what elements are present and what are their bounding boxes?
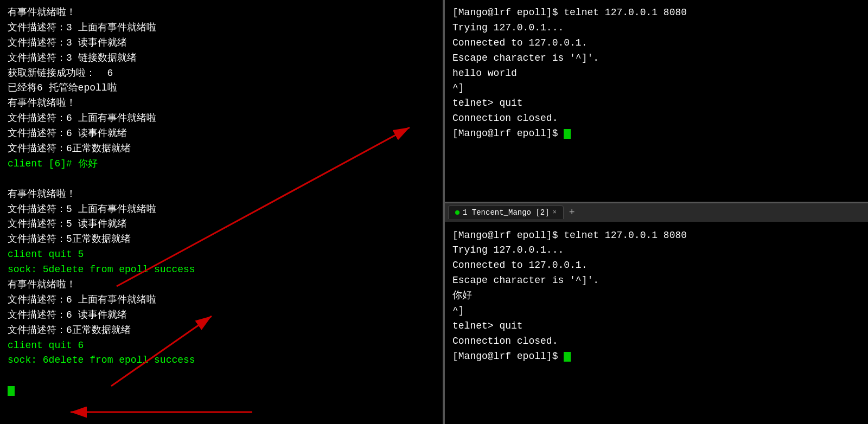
tab-dot [455,210,459,215]
right-panel: [Mango@lrf epoll]$ telnet 127.0.0.1 8080… [445,0,868,424]
terminal-line: [Mango@lrf epoll]$ telnet 127.0.0.1 8080 [452,5,860,21]
terminal-line: 文件描述符：3 读事件就绪 [8,36,435,51]
terminal-line: 文件描述符：6 上面有事件就绪啦 [8,293,435,308]
cursor-line [8,383,435,399]
terminal-cursor [564,129,571,139]
terminal-line: 有事件就绪啦！ [8,96,435,111]
terminal-line: Trying 127.0.0.1... [452,21,860,36]
terminal-line: Connection closed. [452,334,860,349]
terminal-line: sock: 5delete from epoll success [8,262,435,278]
terminal-line: 文件描述符：6 读事件就绪 [8,126,435,142]
terminal-line: Escape character is '^]'. [452,273,860,288]
terminal-line: 文件描述符：5正常数据就绪 [8,232,435,247]
top-right-terminal[interactable]: [Mango@lrf epoll]$ telnet 127.0.0.1 8080… [445,0,868,203]
terminal-line: ^] [452,304,860,319]
terminal-line: Connection closed. [452,111,860,126]
terminal-line: 你好 [452,288,860,304]
terminal-cursor [564,352,571,362]
terminal-line: 有事件就绪啦！ [8,187,435,202]
terminal-line: 有事件就绪啦！ [8,5,435,21]
terminal-line: telnet> quit [452,96,860,111]
tab-close-button[interactable]: × [553,209,557,216]
terminal-line: 文件描述符：3 链接数据就绪 [8,51,435,66]
terminal-line: client quit 6 [8,338,435,354]
terminal-line: 文件描述符：6正常数据就绪 [8,323,435,338]
terminal-line: client quit 5 [8,247,435,262]
terminal-line: 文件描述符：6 读事件就绪 [8,308,435,323]
terminal-line: 文件描述符：5 上面有事件就绪啦 [8,202,435,217]
terminal-line: [Mango@lrf epoll]$ telnet 127.0.0.1 8080 [452,228,860,243]
terminal-line: [Mango@lrf epoll]$ [452,349,860,364]
terminal-line: ^] [452,81,860,96]
tab-item[interactable]: 1 Tencent_Mango [2] × [448,205,564,219]
tab-label: 1 Tencent_Mango [2] [463,208,550,217]
terminal-line: Connected to 127.0.0.1. [452,36,860,51]
tab-bar: 1 Tencent_Mango [2] × + [445,203,868,223]
tab-add-button[interactable]: + [566,207,578,218]
terminal-line: 已经将6 托管给epoll啦 [8,81,435,96]
terminal-line: telnet> quit [452,319,860,334]
bottom-right-terminal[interactable]: [Mango@lrf epoll]$ telnet 127.0.0.1 8080… [445,223,868,425]
terminal-line: 有事件就绪啦！ [8,278,435,293]
terminal-line: 文件描述符：6正常数据就绪 [8,142,435,157]
terminal-line: Trying 127.0.0.1... [452,243,860,258]
terminal-line: 文件描述符：3 上面有事件就绪啦 [8,21,435,36]
terminal-line: Escape character is '^]'. [452,51,860,66]
terminal-line: sock: 6delete from epoll success [8,353,435,368]
terminal-line: 文件描述符：5 读事件就绪 [8,217,435,232]
left-container: 有事件就绪啦！文件描述符：3 上面有事件就绪啦文件描述符：3 读事件就绪文件描述… [0,0,445,424]
terminal-line: Connected to 127.0.0.1. [452,258,860,273]
terminal-line [8,172,435,187]
terminal-line: 文件描述符：6 上面有事件就绪啦 [8,111,435,126]
terminal-line [8,368,435,383]
left-terminal[interactable]: 有事件就绪啦！文件描述符：3 上面有事件就绪啦文件描述符：3 读事件就绪文件描述… [0,0,445,424]
terminal-line: hello world [452,66,860,81]
terminal-line: client [6]# 你好 [8,157,435,172]
terminal-line: [Mango@lrf epoll]$ [452,126,860,142]
terminal-line: 获取新链接成功啦： 6 [8,66,435,81]
